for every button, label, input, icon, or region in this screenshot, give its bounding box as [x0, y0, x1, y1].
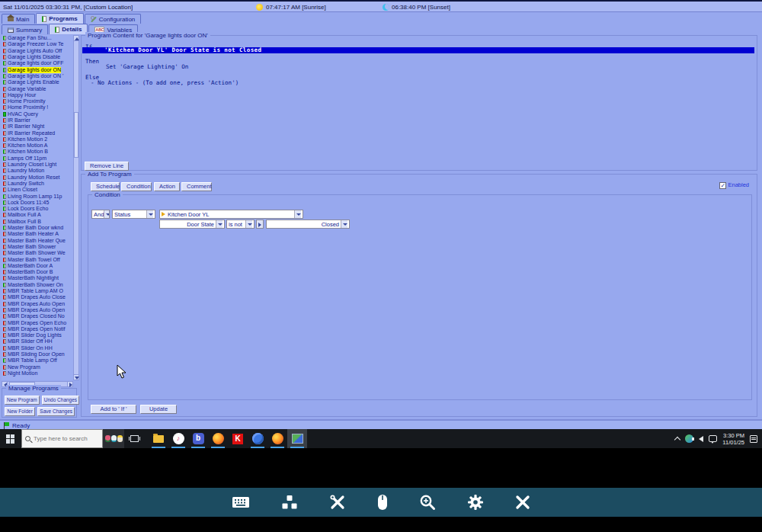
- vscroll-thumb[interactable]: [74, 112, 78, 158]
- tree-item[interactable]: IR Barrier Repeated: [2, 130, 73, 136]
- action-button[interactable]: Action: [154, 182, 180, 191]
- tree-item[interactable]: Laundry Switch: [2, 181, 73, 187]
- tab-configuration[interactable]: Configuration: [85, 14, 142, 24]
- tree-item[interactable]: Linen Closet: [2, 187, 73, 193]
- music-app-button[interactable]: ♪: [168, 429, 188, 448]
- tree-item[interactable]: MasterBath Shower On: [2, 282, 73, 288]
- update-button[interactable]: Update: [140, 405, 177, 414]
- tab-main[interactable]: Main: [2, 14, 35, 24]
- search-doodles[interactable]: [103, 429, 124, 448]
- taskbar-clock[interactable]: 3:30 PM 11/01/25: [722, 432, 744, 446]
- tab-programs[interactable]: Programs: [36, 13, 83, 24]
- new-folder-button[interactable]: New Folder: [5, 407, 35, 416]
- new-program-button[interactable]: New Program: [5, 396, 40, 405]
- tree-item[interactable]: Happy Hour: [2, 92, 73, 98]
- tree-item[interactable]: Home Proximity: [2, 98, 73, 104]
- tree-item[interactable]: Night Motion: [2, 370, 73, 377]
- tree-item[interactable]: HVAC Query: [2, 111, 73, 117]
- tree-item[interactable]: Laundry Closet Light: [2, 162, 73, 168]
- tree-item[interactable]: MBR Slider Off HH: [2, 338, 73, 345]
- then-action-line[interactable]: Set 'Garage Lighting' On: [106, 64, 188, 70]
- schedule-button[interactable]: Schedule: [91, 182, 120, 191]
- mouse-icon[interactable]: [377, 494, 388, 511]
- tree-item[interactable]: New Program: [2, 364, 73, 370]
- tree-item[interactable]: Garage Variable: [2, 85, 73, 91]
- tree-item[interactable]: Lock Doors 11:45: [2, 200, 73, 206]
- tools-icon[interactable]: [329, 494, 346, 511]
- b-app-button[interactable]: b: [188, 429, 208, 448]
- tree-item[interactable]: MBR Drapes Auto Close: [2, 294, 73, 300]
- network-app-button[interactable]: [248, 429, 267, 448]
- condition-button[interactable]: Condition: [121, 182, 152, 191]
- tree-item[interactable]: Laundry Motion: [2, 168, 73, 174]
- tree-item[interactable]: IR Barrier: [2, 117, 73, 123]
- chat-icon[interactable]: [709, 435, 717, 442]
- keepass-button[interactable]: K: [228, 429, 248, 448]
- tree-item[interactable]: Kitchen Motion A: [2, 143, 73, 149]
- tree-item[interactable]: MasterBath Door A: [2, 263, 73, 269]
- tree-item[interactable]: Garage lights door OFF: [2, 60, 73, 66]
- tree-item[interactable]: Garage lights door ON: [2, 66, 73, 72]
- task-view-button[interactable]: [124, 429, 144, 448]
- tree-item[interactable]: Garage Lights Disable: [2, 54, 73, 60]
- tree-item[interactable]: IR Barrier Night: [2, 123, 73, 130]
- program-condition-line[interactable]: 'Kitchen Door YL' Door State is not Clos…: [82, 47, 754, 53]
- tree-item[interactable]: Mailbox Full A: [2, 212, 73, 218]
- tree-item[interactable]: MBR Drapes Open Echo: [2, 319, 73, 325]
- tree-item[interactable]: MasterBath Nightlight: [2, 275, 73, 281]
- remove-line-button[interactable]: Remove Line: [85, 162, 129, 171]
- keyboard-icon[interactable]: [232, 494, 250, 511]
- tree-item[interactable]: MBR Slider On HH: [2, 345, 73, 351]
- condition-type-select[interactable]: Status: [112, 210, 155, 219]
- tray-expand-icon[interactable]: [674, 437, 680, 443]
- zoom-in-icon[interactable]: [419, 494, 436, 511]
- tree-item[interactable]: Master Bath Heater Que: [2, 238, 73, 244]
- tree-item[interactable]: Master Bath Shower: [2, 244, 73, 250]
- enabled-checkbox[interactable]: ✓: [719, 182, 726, 189]
- tree-item[interactable]: Garage Fan Shu...: [2, 35, 73, 41]
- scroll-down-button[interactable]: [73, 374, 79, 380]
- tree-item[interactable]: Home Proximity !: [2, 104, 73, 111]
- isy-admin-taskbar-button[interactable]: [287, 429, 307, 448]
- tree-item[interactable]: Garage Lights Auto Off: [2, 48, 73, 54]
- tree-item[interactable]: Laundry Motion Reset: [2, 175, 73, 181]
- action-center-icon[interactable]: [750, 435, 757, 443]
- tree-item[interactable]: MBR Table Lamp Off: [2, 357, 73, 364]
- tree-item[interactable]: MBR Slider Dog Lights: [2, 332, 73, 338]
- scroll-right-button[interactable]: [67, 381, 73, 387]
- expand-arrow-button[interactable]: [256, 220, 264, 229]
- tree-item[interactable]: Garage lights door ON ': [2, 73, 73, 79]
- tree-item[interactable]: Mailbox Full B: [2, 219, 73, 225]
- volume-icon[interactable]: [699, 436, 703, 442]
- tree-item[interactable]: MBR Drapes Auto Open: [2, 307, 73, 313]
- join-select[interactable]: And: [91, 210, 110, 219]
- tree-vertical-scrollbar[interactable]: [73, 35, 79, 380]
- tree-item[interactable]: Kitchen Motion 2: [2, 136, 73, 143]
- tree-item[interactable]: MBR Table Lamp AM O: [2, 288, 73, 294]
- property-select[interactable]: Door State: [159, 220, 225, 229]
- else-action-line[interactable]: - No Actions - (To add one, press 'Actio…: [91, 80, 239, 86]
- add-to-if-button[interactable]: Add to ' If ': [91, 405, 136, 414]
- comment-button[interactable]: Comment: [181, 182, 212, 191]
- scroll-up-button[interactable]: [73, 35, 79, 41]
- close-icon[interactable]: [515, 495, 530, 510]
- taskbar-search[interactable]: [21, 429, 103, 448]
- undo-changes-button[interactable]: Undo Changes: [42, 396, 79, 405]
- tree-item[interactable]: Master Bath Shower We: [2, 250, 73, 256]
- search-input[interactable]: [34, 435, 94, 442]
- tree-item[interactable]: MBR Drapes Closed No: [2, 313, 73, 319]
- operator-select[interactable]: is not: [226, 220, 255, 229]
- firefox-2-button[interactable]: [267, 429, 287, 448]
- tree-item[interactable]: Living Room Lamp 11p: [2, 193, 73, 199]
- start-button[interactable]: [0, 429, 21, 448]
- tree-item[interactable]: MBR Drapes Open Notif: [2, 326, 73, 332]
- tree-item[interactable]: Lock Doors Echo: [2, 206, 73, 212]
- tree-item[interactable]: Master Bath Towel Off: [2, 256, 73, 262]
- firefox-button[interactable]: [208, 429, 228, 448]
- value-select[interactable]: Closed: [266, 220, 350, 229]
- tree-item[interactable]: Garage Freezer Low Te: [2, 41, 73, 47]
- save-changes-button[interactable]: Save Changes: [37, 407, 75, 416]
- tree-item[interactable]: MasterBath Door B: [2, 269, 73, 275]
- tree-item[interactable]: Kitchen Motion B: [2, 149, 73, 155]
- tree-item[interactable]: MBR Sliding Door Open: [2, 351, 73, 357]
